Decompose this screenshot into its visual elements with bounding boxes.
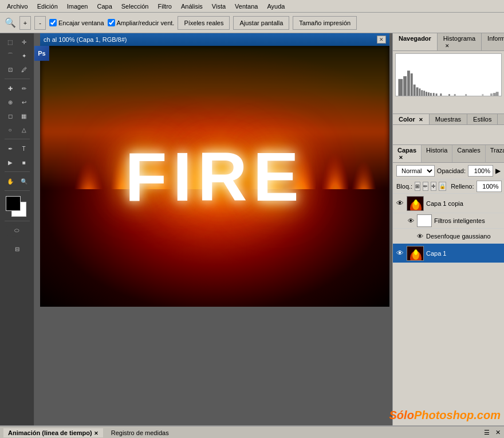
- gradient-tool[interactable]: ▦: [18, 110, 30, 122]
- menu-item-archivo[interactable]: Archivo: [2, 2, 33, 11]
- zoom-in-button[interactable]: +: [19, 16, 31, 30]
- capas-close[interactable]: ✕: [399, 155, 403, 161]
- lock-all-button[interactable]: 🔒: [439, 182, 446, 191]
- svg-rect-24: [448, 94, 450, 96]
- tab-historia[interactable]: Historia: [422, 145, 452, 162]
- tab-informacion[interactable]: Información: [482, 33, 504, 50]
- menu-item-filtro[interactable]: Filtro: [153, 2, 176, 11]
- pen-tool[interactable]: ✒: [4, 142, 17, 155]
- healing-brush-tool[interactable]: ✚: [4, 82, 17, 95]
- nav-tab-group: Navegador Histograma ✕ Información: [393, 33, 504, 51]
- sub-layer-vis-filtros[interactable]: 👁: [407, 217, 415, 225]
- clone-stamp-tool[interactable]: ⊕: [4, 96, 17, 108]
- fire-visual: FIRE: [40, 46, 389, 307]
- lasso-tool[interactable]: ⌒: [4, 49, 17, 62]
- ampliar-checkbox[interactable]: Ampliar/reducir vent.: [108, 19, 175, 26]
- sub-layer-name-desenfoque: Desenfoque gaussiano: [426, 233, 491, 240]
- foreground-color-swatch[interactable]: [6, 196, 21, 211]
- tab-muestras[interactable]: Muestras: [430, 114, 467, 124]
- tool-separator-5: [5, 221, 30, 221]
- menu-item-ventana[interactable]: Ventana: [230, 2, 262, 11]
- lock-transparency-button[interactable]: ⊞: [415, 182, 420, 191]
- tab-color[interactable]: Color ✕: [393, 114, 430, 124]
- sub-layer-vis-desenfoque[interactable]: 👁: [416, 232, 424, 240]
- fire-text: FIRE: [125, 137, 304, 216]
- svg-rect-18: [426, 92, 427, 96]
- type-tool[interactable]: T: [18, 142, 30, 155]
- menu-item-capa[interactable]: Capa: [92, 2, 116, 11]
- svg-rect-12: [411, 73, 413, 96]
- magic-wand-tool[interactable]: ✦: [18, 49, 30, 62]
- opacity-input[interactable]: [468, 165, 493, 177]
- zoom-out-button[interactable]: -: [34, 16, 46, 30]
- hand-tool[interactable]: ✋: [4, 175, 17, 187]
- layer-item-capa1[interactable]: 👁 Capa 1: [393, 244, 504, 263]
- lock-paint-button[interactable]: ✏: [423, 182, 428, 191]
- zoom-tool[interactable]: 🔍: [18, 175, 30, 187]
- svg-rect-11: [407, 71, 410, 96]
- encajar-checkbox[interactable]: Encajar ventana: [49, 19, 104, 26]
- dodge-tool[interactable]: ○: [4, 123, 17, 136]
- lock-position-button[interactable]: ✛: [431, 182, 436, 191]
- eyedropper-tool[interactable]: 🖉: [18, 63, 30, 76]
- menu-bar: Archivo Edición Imagen Capa Selección Fi…: [0, 0, 504, 13]
- tab-histograma[interactable]: Histograma ✕: [438, 33, 482, 50]
- toolbar: 🔍 + - Encajar ventana Ampliar/reducir ve…: [0, 13, 504, 33]
- color-close[interactable]: ✕: [419, 117, 423, 123]
- anim-timeline-close[interactable]: ✕: [94, 431, 99, 436]
- svg-rect-16: [421, 90, 423, 96]
- brush-tool[interactable]: ✏: [18, 82, 30, 95]
- svg-rect-27: [482, 94, 483, 96]
- lasso-tools: ⌒ ✦: [4, 49, 30, 62]
- canvas-close-button[interactable]: ✕: [377, 36, 386, 44]
- anim-tab-timeline[interactable]: Animación (linea de tiempo) ✕: [3, 428, 103, 437]
- tab-canales[interactable]: Canales: [452, 145, 485, 162]
- eraser-tools: ◻ ▦: [4, 110, 30, 122]
- menu-item-analisis[interactable]: Análisis: [176, 2, 207, 11]
- anim-panel-menu[interactable]: ☰: [484, 429, 490, 436]
- path-select-tool[interactable]: ▶: [4, 156, 17, 169]
- eraser-tool[interactable]: ◻: [4, 110, 17, 122]
- tab-navegador[interactable]: Navegador: [393, 33, 438, 50]
- sub-layer-desenfoque[interactable]: 👁 Desenfoque gaussiano: [393, 229, 504, 244]
- sub-layer-filtros-inteligentes[interactable]: 👁 Filtros inteligentes: [393, 213, 504, 229]
- anim-close-all[interactable]: ✕: [495, 429, 501, 436]
- opacity-arrow[interactable]: ▶: [495, 167, 501, 175]
- ajustar-pantalla-button[interactable]: Ajustar pantalla: [233, 16, 289, 30]
- rectangular-select-tool[interactable]: ⬚: [4, 36, 17, 48]
- histograma-close[interactable]: ✕: [445, 43, 450, 49]
- tab-capas[interactable]: Capas ✕: [393, 145, 422, 162]
- tamano-impresion-button[interactable]: Tamaño impresión: [293, 16, 357, 30]
- history-brush-tool[interactable]: ↩: [18, 96, 30, 108]
- pixeles-reales-button[interactable]: Píxeles reales: [178, 16, 230, 30]
- crop-tool[interactable]: ⊡: [4, 63, 17, 76]
- blur-tool[interactable]: △: [18, 123, 30, 136]
- menu-item-seleccion[interactable]: Selección: [117, 2, 153, 11]
- svg-rect-26: [465, 94, 467, 96]
- layers-options: Normal Opacidad: ▶: [393, 163, 504, 179]
- quick-mask-tool[interactable]: ⬭: [6, 224, 29, 237]
- layer-visibility-capa1[interactable]: 👁: [395, 249, 404, 258]
- shape-tool[interactable]: ■: [18, 156, 30, 169]
- canvas-area: Ps ch al 100% (Capa 1, RGB/8#) ✕: [34, 33, 392, 425]
- tab-trazados[interactable]: Trazados: [486, 145, 504, 162]
- anim-tab-registro[interactable]: Registro de medidas: [107, 428, 174, 437]
- path-tools: ▶ ■: [4, 156, 30, 169]
- tool-separator-3: [5, 171, 30, 172]
- layer-item-capa1-copia[interactable]: 👁 Capa 1 copia: [393, 194, 504, 213]
- watermark-photo: Photoshop: [414, 409, 474, 421]
- menu-item-ayuda[interactable]: Ayuda: [262, 2, 289, 11]
- canvas-content: FIRE: [40, 46, 389, 307]
- tools-panel: ⬚ ✛ ⌒ ✦ ⊡ 🖉 ✚ ✏ ⊕ ↩ ◻ ▦ ○ △ ✒: [0, 33, 34, 425]
- tab-estilos[interactable]: Estilos: [467, 114, 498, 124]
- menu-item-imagen[interactable]: Imagen: [62, 2, 93, 11]
- menu-item-edicion[interactable]: Edición: [33, 2, 62, 11]
- svg-rect-29: [493, 93, 496, 96]
- fill-input[interactable]: [477, 181, 502, 192]
- layer-visibility-capa1-copia[interactable]: 👁: [395, 199, 404, 208]
- screen-mode-tool[interactable]: ⊟: [6, 243, 29, 255]
- move-tool[interactable]: ✛: [18, 36, 30, 48]
- menu-item-vista[interactable]: Vista: [207, 2, 230, 11]
- tool-separator-1: [5, 79, 30, 79]
- blend-mode-dropdown[interactable]: Normal: [396, 165, 435, 177]
